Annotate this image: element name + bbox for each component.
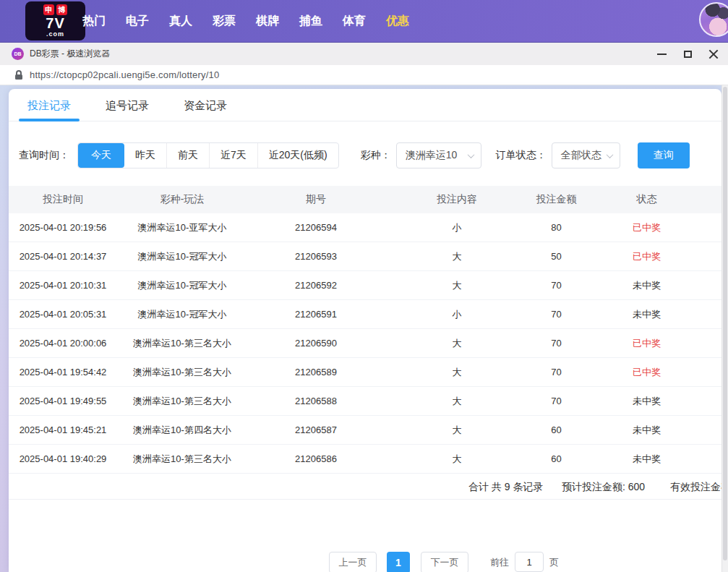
table-row: 2025-04-01 20:05:31澳洲幸运10-冠军大小21206591小7…	[9, 300, 721, 329]
pagination: 上一页 1 下一页 前往 页	[329, 552, 559, 572]
cell-content: 大	[385, 250, 529, 263]
search-button[interactable]: 查询	[638, 142, 690, 168]
cell-amount: 70	[529, 280, 583, 291]
cell-issue: 21206591	[247, 309, 385, 320]
table-header: 投注时间彩种-玩法期号投注内容投注金额状态	[9, 186, 721, 213]
table-row: 2025-04-01 19:40:29澳洲幸运10-第三名大小21206586大…	[9, 445, 721, 474]
tab-2[interactable]: 追号记录	[106, 89, 149, 121]
user-avatar[interactable]	[699, 2, 728, 37]
url-text[interactable]: https://ctopcp02pcali.uengi5e.com/lotter…	[30, 69, 219, 80]
top-navigation: 申 博 7V .com 热门电子真人彩票棋牌捕鱼体育优惠	[0, 0, 728, 42]
cell-game: 澳洲幸运10-第三名大小	[117, 453, 247, 466]
nav-item-5[interactable]: 棋牌	[246, 14, 289, 29]
column-header-2: 彩种-玩法	[117, 193, 247, 206]
tab-3[interactable]: 资金记录	[184, 89, 227, 121]
cell-status: 已中奖	[583, 366, 710, 379]
cell-game: 澳洲幸运10-冠军大小	[117, 308, 247, 321]
record-tabs: 投注记录追号记录资金记录	[9, 89, 721, 121]
table-row: 2025-04-01 20:00:06澳洲幸运10-第三名大小21206590大…	[9, 329, 721, 358]
cell-issue: 21206594	[247, 222, 385, 233]
logo-badges: 申 博	[43, 4, 67, 15]
cell-time: 2025-04-01 20:05:31	[9, 309, 117, 320]
nav-item-3[interactable]: 真人	[159, 14, 202, 29]
scrollbar[interactable]	[721, 85, 728, 572]
chevron-down-icon	[467, 151, 474, 158]
cell-game: 澳洲幸运10-第四名大小	[117, 424, 247, 437]
nav-item-4[interactable]: 彩票	[202, 14, 246, 29]
goto-page-input[interactable]	[515, 552, 544, 572]
table-row: 2025-04-01 20:19:56澳洲幸运10-亚军大小21206594小8…	[9, 213, 721, 242]
screen: 申 博 7V .com 热门电子真人彩票棋牌捕鱼体育优惠 DB DB彩票 - 极…	[0, 0, 728, 572]
cell-game: 澳洲幸运10-第三名大小	[117, 395, 247, 408]
nav-item-1[interactable]: 热门	[72, 14, 116, 29]
cell-time: 2025-04-01 19:40:29	[9, 453, 117, 464]
cell-content: 大	[385, 424, 529, 437]
cell-status: 已中奖	[583, 250, 710, 263]
cell-issue: 21206593	[247, 251, 385, 262]
maximize-icon[interactable]	[675, 43, 701, 66]
next-page-button[interactable]: 下一页	[421, 552, 468, 572]
cell-time: 2025-04-01 20:10:31	[9, 280, 117, 291]
nav-item-6[interactable]: 捕鱼	[289, 14, 333, 29]
filter-bar: 查询时间： 今天昨天前天近7天近20天(低频) 彩种： 澳洲幸运10 订单状态：…	[9, 142, 721, 168]
table-row: 2025-04-01 19:45:21澳洲幸运10-第四名大小21206587大…	[9, 416, 721, 445]
nav-item-7[interactable]: 体育	[333, 14, 376, 29]
time-option-1[interactable]: 今天	[78, 143, 124, 168]
cell-amount: 70	[529, 309, 583, 320]
goto-label: 前往	[490, 552, 509, 572]
cell-issue: 21206587	[247, 424, 385, 435]
column-header-3: 期号	[247, 193, 385, 206]
time-option-3[interactable]: 前天	[166, 143, 209, 168]
summary-row: 合计 共 9 条记录 预计投注金额: 600 有效投注金额	[9, 474, 721, 500]
current-page-button[interactable]: 1	[387, 552, 410, 572]
status-select-value: 全部状态	[561, 149, 601, 162]
table-row: 2025-04-01 19:49:55澳洲幸运10-第三名大小21206588大…	[9, 387, 721, 416]
nav-item-2[interactable]: 电子	[116, 14, 159, 29]
status-select[interactable]: 全部状态	[552, 142, 620, 168]
cell-issue: 21206590	[247, 338, 385, 349]
address-bar[interactable]: https://ctopcp02pcali.uengi5e.com/lotter…	[0, 65, 728, 85]
cell-status: 已中奖	[583, 221, 710, 234]
cell-game: 澳洲幸运10-冠军大小	[117, 250, 247, 263]
cell-issue: 21206588	[247, 396, 385, 406]
table-row: 2025-04-01 20:10:31澳洲幸运10-冠军大小21206592大7…	[9, 271, 721, 300]
time-filter-label: 查询时间：	[19, 149, 69, 162]
cell-time: 2025-04-01 20:19:56	[9, 222, 117, 233]
expected-amount-text: 预计投注金额: 600	[562, 474, 645, 500]
logo-badge-shen: 申	[43, 4, 54, 15]
status-filter-label: 订单状态：	[496, 149, 547, 162]
minimize-icon[interactable]	[648, 43, 675, 66]
window-controls	[648, 43, 727, 66]
browser-titlebar: DB DB彩票 - 极速浏览器	[0, 42, 728, 65]
close-icon[interactable]	[701, 43, 727, 66]
page-unit-label: 页	[549, 552, 559, 572]
cell-content: 大	[385, 366, 529, 379]
content-card: 投注记录追号记录资金记录 查询时间： 今天昨天前天近7天近20天(低频) 彩种：…	[9, 89, 721, 572]
cell-amount: 50	[529, 251, 583, 262]
cell-content: 大	[385, 279, 529, 292]
time-option-2[interactable]: 昨天	[124, 143, 166, 168]
cell-game: 澳洲幸运10-冠军大小	[117, 279, 247, 292]
cell-status: 未中奖	[583, 279, 710, 292]
cell-status: 未中奖	[583, 395, 710, 408]
cell-time: 2025-04-01 19:54:42	[9, 367, 117, 377]
time-filter-group: 今天昨天前天近7天近20天(低频)	[77, 142, 339, 168]
cell-amount: 70	[529, 396, 583, 406]
page-background: 投注记录追号记录资金记录 查询时间： 今天昨天前天近7天近20天(低频) 彩种：…	[0, 85, 728, 572]
cell-content: 小	[385, 308, 529, 321]
valid-amount-text: 有效投注金额	[670, 474, 721, 500]
cell-time: 2025-04-01 20:14:37	[9, 251, 117, 262]
lottery-select[interactable]: 澳洲幸运10	[396, 142, 481, 168]
cell-status: 未中奖	[583, 308, 710, 321]
logo-sub-text: .com	[46, 30, 64, 38]
prev-page-button[interactable]: 上一页	[329, 552, 377, 572]
cell-content: 大	[385, 337, 529, 350]
tab-1[interactable]: 投注记录	[27, 89, 71, 121]
lottery-select-value: 澳洲幸运10	[406, 149, 458, 162]
scrollbar-thumb[interactable]	[723, 87, 727, 560]
column-header-4: 投注内容	[385, 193, 529, 206]
cell-content: 小	[385, 221, 529, 234]
time-option-4[interactable]: 近7天	[209, 143, 257, 168]
time-option-5[interactable]: 近20天(低频)	[257, 143, 338, 168]
nav-item-8[interactable]: 优惠	[376, 14, 419, 29]
